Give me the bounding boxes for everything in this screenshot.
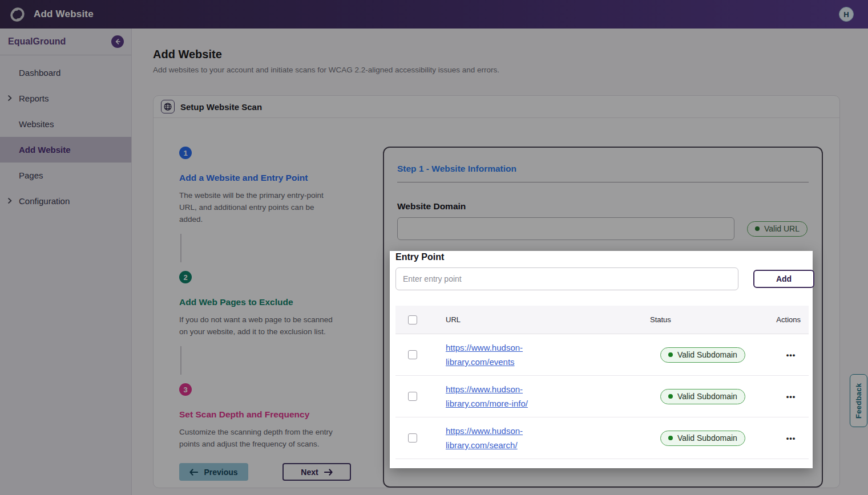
green-dot-icon — [668, 352, 673, 357]
entry-point-section: Entry Point Add URLStatusActionshttps://… — [390, 251, 813, 468]
select-all-checkbox[interactable] — [408, 315, 417, 324]
entry-point-label: Entry Point — [395, 252, 807, 262]
valid-subdomain-badge: Valid Subdomain — [660, 389, 745, 404]
entry-url-link[interactable]: https://www.hudson- library.com/search/ — [446, 424, 523, 452]
table-row: https://www.hudson- library.com/more-inf… — [395, 376, 809, 417]
column-header-url: URL — [446, 315, 461, 324]
entry-point-input[interactable] — [395, 267, 738, 290]
table-row: https://www.hudson- library.com/search/V… — [395, 417, 809, 459]
entry-url-link[interactable]: https://www.hudson- library.com/more-inf… — [446, 382, 528, 411]
app-root: Add Website H EqualGround DashboardRepor… — [0, 0, 868, 495]
green-dot-icon — [668, 436, 673, 440]
entry-url-link[interactable]: https://www.hudson- library.com/events — [446, 340, 523, 369]
row-actions-menu[interactable]: ••• — [773, 351, 809, 359]
row-checkbox[interactable] — [408, 392, 417, 401]
valid-subdomain-badge: Valid Subdomain — [660, 431, 745, 446]
row-checkbox[interactable] — [408, 350, 417, 359]
table-row: https://www.hudson- library.com/eventsVa… — [395, 334, 809, 376]
row-actions-menu[interactable]: ••• — [773, 392, 809, 401]
entry-point-table: URLStatusActionshttps://www.hudson- libr… — [395, 306, 809, 459]
row-actions-menu[interactable]: ••• — [773, 434, 809, 443]
green-dot-icon — [668, 394, 673, 399]
table-header-row: URLStatusActions — [395, 306, 809, 334]
column-header-status: Status — [650, 315, 671, 324]
valid-subdomain-badge: Valid Subdomain — [660, 347, 745, 363]
row-checkbox[interactable] — [408, 433, 417, 443]
column-header-actions: Actions — [773, 315, 809, 324]
add-entry-button[interactable]: Add — [753, 270, 814, 288]
